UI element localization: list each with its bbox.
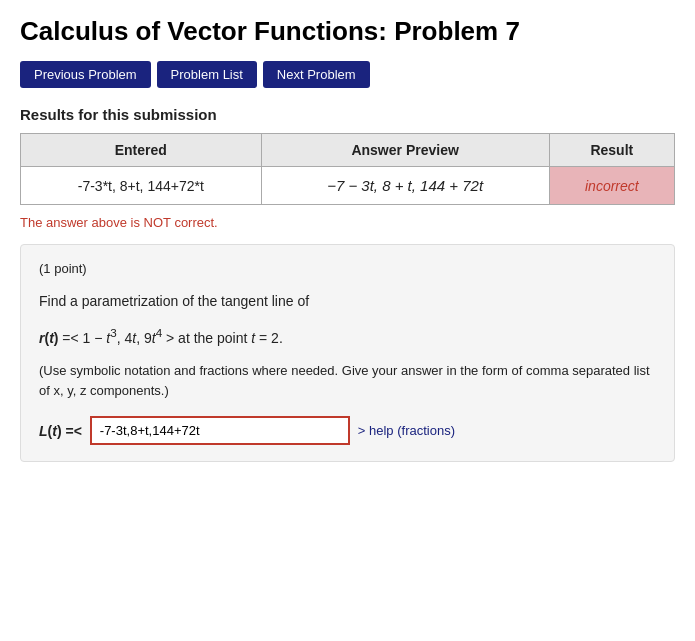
results-table: Entered Answer Preview Result -7-3*t, 8+… xyxy=(20,133,675,205)
col-entered: Entered xyxy=(21,134,262,167)
result-badge: incorrect xyxy=(549,167,674,205)
answer-row: L(t) =< > help (fractions) xyxy=(39,416,656,445)
error-message: The answer above is NOT correct. xyxy=(20,215,675,230)
points-label: (1 point) xyxy=(39,261,656,276)
function-line: r(t) =< 1 − t3, 4t, 9t4 > at the point t… xyxy=(39,322,656,351)
entered-value: -7-3*t, 8+t, 144+72*t xyxy=(21,167,262,205)
function-def: =< 1 − t3, 4t, 9t4 > at the point t = 2. xyxy=(62,330,282,346)
nav-buttons: Previous Problem Problem List Next Probl… xyxy=(20,61,675,88)
answer-label: L(t) =< xyxy=(39,423,82,439)
problem-box: (1 point) Find a parametrization of the … xyxy=(20,244,675,462)
prev-problem-button[interactable]: Previous Problem xyxy=(20,61,151,88)
answer-input[interactable] xyxy=(90,416,350,445)
page-title: Calculus of Vector Functions: Problem 7 xyxy=(20,16,675,47)
instruction-text: Find a parametrization of the tangent li… xyxy=(39,290,656,312)
function-label: r(t) xyxy=(39,330,58,346)
help-link[interactable]: > help (fractions) xyxy=(358,423,455,438)
table-row: -7-3*t, 8+t, 144+72*t −7 − 3t, 8 + t, 14… xyxy=(21,167,675,205)
col-result: Result xyxy=(549,134,674,167)
next-problem-button[interactable]: Next Problem xyxy=(263,61,370,88)
col-preview: Answer Preview xyxy=(261,134,549,167)
results-heading: Results for this submission xyxy=(20,106,675,123)
preview-math: −7 − 3t, 8 + t, 144 + 72t xyxy=(327,177,483,194)
note-text: (Use symbolic notation and fractions whe… xyxy=(39,361,656,400)
problem-list-button[interactable]: Problem List xyxy=(157,61,257,88)
preview-value: −7 − 3t, 8 + t, 144 + 72t xyxy=(261,167,549,205)
